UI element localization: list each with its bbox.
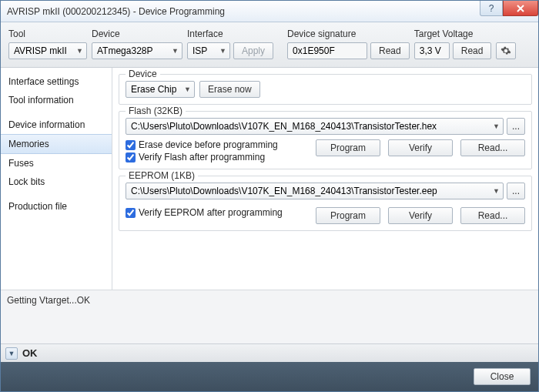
chevron-down-icon: ▼ xyxy=(184,85,191,93)
eeprom-read-button[interactable]: Read... xyxy=(460,207,525,224)
flash-read-button[interactable]: Read... xyxy=(460,139,525,156)
eeprom-path-dropdown[interactable]: C:\Users\Pluto\Downloads\V107K_EN_M168_2… xyxy=(126,183,504,199)
sidebar-item-production-file[interactable]: Production file xyxy=(1,197,112,216)
chevron-down-icon: ▼ xyxy=(493,187,500,195)
erase-now-button[interactable]: Erase now xyxy=(199,81,260,98)
device-legend: Device xyxy=(126,69,160,79)
status-text: Getting Vtarget...OK xyxy=(7,295,90,306)
device-fieldset: Device Erase Chip ▼ Erase now xyxy=(119,74,532,105)
flash-fieldset: Flash (32KB) C:\Users\Pluto\Downloads\V1… xyxy=(119,111,532,169)
titlebar: AVRISP mkII (000200212345) - Device Prog… xyxy=(1,1,538,22)
chevron-down-icon: ▼ xyxy=(76,47,83,55)
settings-button[interactable] xyxy=(496,42,516,59)
sidebar-item-fuses[interactable]: Fuses xyxy=(1,154,112,173)
window: AVRISP mkII (000200212345) - Device Prog… xyxy=(0,0,539,392)
close-window-button[interactable] xyxy=(503,1,538,16)
toolbar: Tool AVRISP mkII ▼ Device ATmega328P ▼ I… xyxy=(1,22,538,68)
device-dropdown[interactable]: ATmega328P ▼ xyxy=(92,42,182,59)
device-signature-value: 0x1E950F xyxy=(287,42,367,59)
apply-button[interactable]: Apply xyxy=(233,42,273,59)
window-title: AVRISP mkII (000200212345) - Device Prog… xyxy=(7,6,480,17)
flash-verify-checkbox[interactable]: Verify Flash after programming xyxy=(126,152,278,162)
flash-program-button[interactable]: Program xyxy=(316,139,380,156)
sidebar-item-lock-bits[interactable]: Lock bits xyxy=(1,173,112,191)
main-panel: Device Erase Chip ▼ Erase now Flash (32K… xyxy=(112,68,538,290)
flash-erase-checkbox[interactable]: Erase device before programming xyxy=(126,139,278,150)
chevron-down-icon: ▼ xyxy=(172,47,179,55)
sidebar-item-memories[interactable]: Memories xyxy=(1,134,112,154)
sidebar-item-interface-settings[interactable]: Interface settings xyxy=(1,72,112,91)
close-button[interactable]: Close xyxy=(474,368,531,385)
sidebar: Interface settings Tool information Devi… xyxy=(1,68,112,290)
eeprom-browse-button[interactable]: ... xyxy=(507,183,525,199)
window-controls: ? xyxy=(480,1,538,22)
eeprom-legend: EEPROM (1KB) xyxy=(126,170,198,181)
status-area: Getting Vtarget...OK xyxy=(1,290,538,343)
interface-dropdown[interactable]: ISP ▼ xyxy=(187,42,230,59)
device-label: Device xyxy=(92,28,182,39)
help-button[interactable]: ? xyxy=(480,1,503,16)
ok-bar: ▼ OK xyxy=(1,343,538,362)
gear-icon xyxy=(500,45,511,56)
eeprom-verify-button[interactable]: Verify xyxy=(388,207,453,224)
sidebar-item-device-information[interactable]: Device information xyxy=(1,116,112,134)
collapse-status-button[interactable]: ▼ xyxy=(5,347,18,360)
flash-verify-button[interactable]: Verify xyxy=(388,139,453,156)
erase-chip-dropdown[interactable]: Erase Chip ▼ xyxy=(126,81,195,98)
voltage-read-button[interactable]: Read xyxy=(453,42,492,59)
footer: Close xyxy=(1,362,538,391)
chevron-down-icon: ▼ xyxy=(493,122,500,130)
flash-path-dropdown[interactable]: C:\Users\Pluto\Downloads\V107K_EN_M168_2… xyxy=(126,118,504,135)
eeprom-fieldset: EEPROM (1KB) C:\Users\Pluto\Downloads\V1… xyxy=(119,176,532,231)
body: Interface settings Tool information Devi… xyxy=(1,68,538,290)
flash-browse-button[interactable]: ... xyxy=(507,118,525,135)
eeprom-verify-checkbox[interactable]: Verify EEPROM after programming xyxy=(126,207,283,218)
interface-label: Interface xyxy=(187,28,273,39)
tool-dropdown[interactable]: AVRISP mkII ▼ xyxy=(8,42,87,59)
chevron-down-icon: ▼ xyxy=(219,47,226,55)
signature-read-button[interactable]: Read xyxy=(370,42,410,59)
flash-legend: Flash (32KB) xyxy=(126,106,186,116)
tool-label: Tool xyxy=(8,28,87,39)
target-voltage-label: Target Voltage xyxy=(414,28,492,39)
device-signature-label: Device signature xyxy=(287,28,410,39)
ok-label: OK xyxy=(22,347,38,359)
target-voltage-value: 3,3 V xyxy=(414,42,450,59)
sidebar-item-tool-information[interactable]: Tool information xyxy=(1,91,112,109)
eeprom-program-button[interactable]: Program xyxy=(316,207,380,224)
